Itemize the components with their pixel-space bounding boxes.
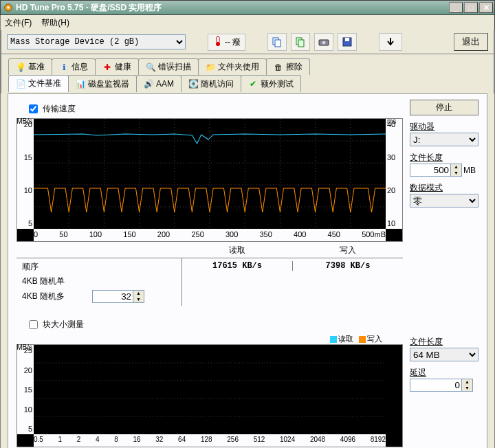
- plus-icon: ✚: [102, 63, 112, 72]
- file-length-select[interactable]: 64 MB: [410, 348, 478, 361]
- row-seq-label: 顺序: [22, 261, 176, 273]
- read-header: 读取: [182, 243, 292, 258]
- tab-strip: 💡基准 ℹ信息 ✚健康 🔍错误扫描 📁文件夹使用 🗑擦除 📄文件基准 📊磁盘监视…: [1, 54, 494, 93]
- screenshot-button[interactable]: [314, 33, 333, 51]
- exit-button[interactable]: 退出: [454, 33, 488, 51]
- svg-rect-5: [275, 40, 280, 47]
- maximize-button[interactable]: □: [464, 2, 478, 13]
- transfer-rate-checkbox[interactable]: 传输速度: [26, 102, 403, 115]
- tab-erase[interactable]: 🗑擦除: [266, 58, 310, 75]
- seq-write-value: 7398 KB/s: [292, 261, 403, 271]
- magnifier-icon: 🔍: [146, 63, 155, 72]
- svg-rect-11: [345, 38, 349, 41]
- legend-read-swatch: [330, 336, 337, 343]
- page-file-benchmark: 传输速度 MB/s 2015105 ms 40302010: [8, 93, 487, 448]
- x-axis-2: 0.512481632641282565121024204840968192: [34, 434, 386, 447]
- delay-label: 延迟: [410, 367, 478, 379]
- tab-error-scan[interactable]: 🔍错误扫描: [138, 58, 199, 75]
- pattern-select[interactable]: 零: [410, 194, 478, 208]
- x-axis: 050100150200250300350400450500mB: [34, 229, 386, 241]
- y-axis-right: ms 40302010: [386, 119, 402, 229]
- trash-icon: 🗑: [274, 63, 283, 72]
- titlebar: HD Tune Pro 5.75 - 硬盘/SSD 实用程序 _ □ ✕: [0, 0, 495, 15]
- spin-up-icon[interactable]: ▲: [133, 291, 144, 297]
- minimize-button[interactable]: _: [449, 2, 463, 13]
- save-button[interactable]: [338, 33, 357, 51]
- file-icon: 📄: [16, 79, 25, 89]
- svg-rect-2: [217, 36, 219, 43]
- toolbar: Mass Storage Device (2 gB) -- 癈 退出: [1, 30, 494, 54]
- app-icon: [3, 3, 13, 12]
- bulb-icon: 💡: [16, 63, 25, 72]
- tab-benchmark[interactable]: 💡基准: [8, 58, 52, 75]
- stop-button[interactable]: 停止: [410, 100, 478, 115]
- pattern-label: 数据模式: [410, 182, 478, 194]
- tab-random-access[interactable]: 💽随机访问: [181, 75, 241, 92]
- write-header: 写入: [292, 243, 403, 258]
- svg-rect-7: [298, 40, 304, 47]
- menu-help[interactable]: 帮助(H): [41, 17, 69, 29]
- y-axis-left: MB/s 2015105: [17, 119, 34, 229]
- svg-point-1: [7, 6, 10, 9]
- close-button[interactable]: ✕: [479, 2, 493, 13]
- blocksize-checkbox[interactable]: 块大小测量: [26, 318, 403, 331]
- menubar: 文件(F) 帮助(H): [0, 15, 495, 30]
- device-select[interactable]: Mass Storage Device (2 gB): [7, 34, 186, 49]
- down-arrow-button[interactable]: [379, 33, 402, 51]
- tab-file-benchmark[interactable]: 📄文件基准: [8, 75, 69, 92]
- copy-text-button[interactable]: [267, 33, 287, 51]
- bars-icon: 📊: [76, 79, 85, 89]
- y-axis-left-2: MB/s 252015105: [17, 345, 34, 434]
- menu-file[interactable]: 文件(F): [5, 17, 32, 29]
- spin-down-icon[interactable]: ▼: [133, 297, 144, 303]
- folder-icon: 📁: [206, 63, 215, 72]
- tab-folder-usage[interactable]: 📁文件夹使用: [198, 58, 267, 75]
- speaker-icon: 🔊: [144, 79, 153, 89]
- svg-point-9: [322, 41, 326, 45]
- svg-point-3: [216, 42, 220, 46]
- row-4k-multi-label: 4KB 随机多: [22, 291, 65, 302]
- filelen2-label: 文件长度: [410, 336, 478, 348]
- info-icon: ℹ: [59, 63, 69, 72]
- delay-input[interactable]: ▲▼: [410, 379, 478, 392]
- filelen-label: 文件长度: [410, 152, 478, 164]
- tab-health[interactable]: ✚健康: [95, 58, 139, 75]
- chart2-legend: 读取 写入: [16, 334, 382, 344]
- thermometer-icon: [212, 36, 223, 49]
- temperature-display: -- 癈: [208, 34, 245, 51]
- blocksize-chart: MB/s 252015105 0.51248163264128256512102…: [16, 344, 403, 447]
- tab-extra-tests[interactable]: ✔额外测试: [241, 75, 301, 92]
- check-icon: ✔: [248, 79, 258, 89]
- drive-select[interactable]: J:: [410, 133, 478, 146]
- disk-icon: 💽: [188, 79, 198, 89]
- tab-info[interactable]: ℹ信息: [52, 58, 96, 75]
- tab-disk-monitor[interactable]: 📊磁盘监视器: [68, 75, 137, 92]
- file-length-input[interactable]: ▲▼: [410, 164, 462, 177]
- legend-write-swatch: [359, 336, 366, 343]
- transfer-rate-chart: MB/s 2015105 ms 40302010: [16, 118, 403, 242]
- copy-info-button[interactable]: [291, 33, 310, 51]
- seq-read-value: 17615 KB/s: [182, 261, 292, 271]
- window-title: HD Tune Pro 5.75 - 硬盘/SSD 实用程序: [16, 2, 449, 14]
- tab-aam[interactable]: 🔊AAM: [136, 75, 182, 92]
- queue-depth-input[interactable]: ▲▼: [92, 290, 144, 303]
- row-4k-single-label: 4KB 随机单: [22, 276, 176, 287]
- drive-label: 驱动器: [410, 121, 478, 133]
